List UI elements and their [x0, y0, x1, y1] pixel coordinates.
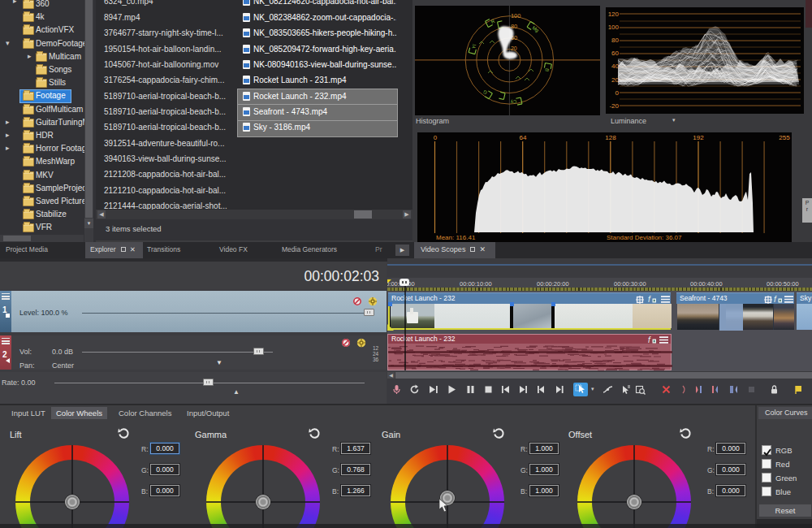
svg-text:192: 192	[693, 134, 704, 141]
svg-text:-20: -20	[609, 102, 619, 110]
svg-text:Mean: 116.41: Mean: 116.41	[436, 234, 476, 241]
svg-text:64: 64	[520, 134, 527, 141]
svg-text:128: 128	[605, 134, 616, 141]
svg-text:120: 120	[608, 11, 620, 18]
svg-text:B: B	[544, 68, 550, 72]
svg-text:R: R	[490, 19, 496, 25]
svg-text:0: 0	[434, 134, 438, 141]
svg-text:60: 60	[611, 50, 619, 57]
svg-text:40: 40	[611, 63, 619, 70]
svg-text:f: f	[774, 295, 777, 304]
svg-text:100: 100	[608, 24, 620, 31]
svg-text:Standard Deviation: 36.07: Standard Deviation: 36.07	[607, 234, 682, 241]
svg-text:20: 20	[511, 45, 517, 51]
svg-text:0: 0	[615, 89, 620, 97]
svg-text:Yl: Yl	[471, 44, 477, 50]
svg-text:255: 255	[779, 134, 790, 141]
svg-text:20: 20	[611, 76, 619, 84]
svg-text:Cy: Cy	[510, 99, 516, 105]
svg-text:G: G	[482, 89, 488, 96]
svg-text:Mg: Mg	[531, 25, 539, 33]
svg-text:f: f	[648, 295, 651, 304]
svg-text:80: 80	[611, 37, 619, 44]
svg-text:100: 100	[511, 12, 521, 19]
